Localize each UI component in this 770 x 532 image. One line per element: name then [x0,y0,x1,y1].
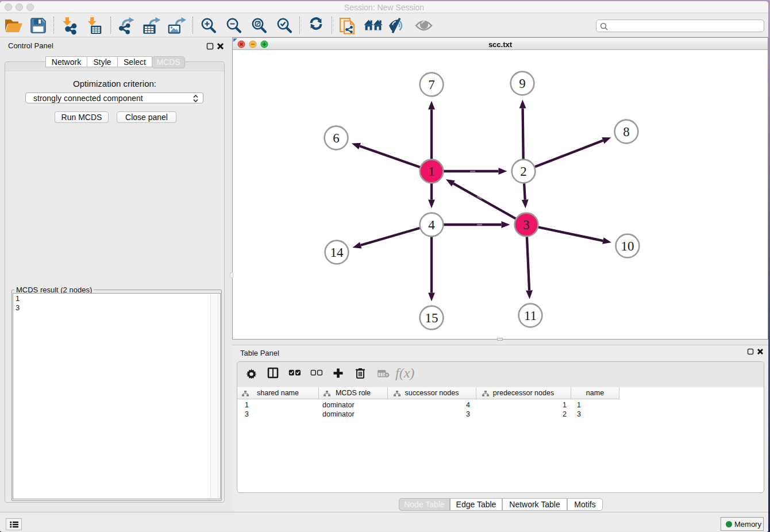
svg-text:14: 14 [330,245,344,260]
svg-text:7: 7 [428,78,435,92]
svg-text:8: 8 [623,125,630,139]
svg-text:3: 3 [523,218,530,232]
svg-text:15: 15 [425,311,438,325]
svg-text:6: 6 [333,131,340,145]
svg-text:11: 11 [524,309,537,323]
svg-text:10: 10 [621,239,634,253]
svg-text:9: 9 [519,76,526,91]
svg-text:4: 4 [428,218,435,232]
svg-text:1: 1 [428,164,435,179]
svg-text:2: 2 [520,164,527,179]
